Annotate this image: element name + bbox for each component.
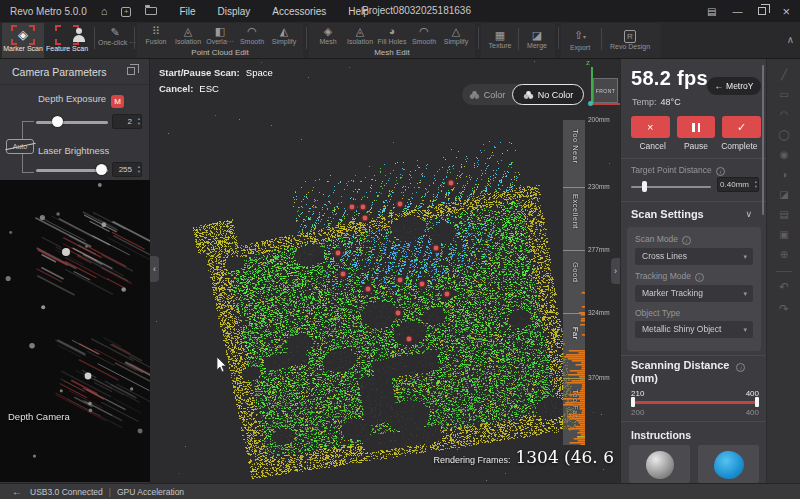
- one-click-icon: ✎: [98, 26, 132, 39]
- redo-icon[interactable]: ↷: [767, 303, 800, 315]
- metroy-button[interactable]: ← MetroY: [707, 77, 761, 95]
- stamp-tool-icon[interactable]: ⊕: [767, 249, 800, 261]
- maximize-button[interactable]: [758, 6, 766, 17]
- scan-settings-collapse-chevron[interactable]: ∨: [745, 209, 752, 219]
- tracking-mode-dropdown[interactable]: Marker Tracking▾: [635, 285, 753, 302]
- menu-accessories[interactable]: Accessories: [272, 6, 326, 17]
- open-folder-icon[interactable]: [145, 5, 157, 17]
- instruction-image-blue-object[interactable]: [698, 445, 759, 483]
- rect-select-icon[interactable]: ▭: [767, 89, 800, 101]
- smooth-button[interactable]: ◠Smooth: [235, 25, 269, 45]
- new-project-icon[interactable]: +: [121, 5, 131, 17]
- revo-design-button[interactable]: RRevo Design: [605, 29, 655, 50]
- laser-brightness-slider[interactable]: [36, 163, 108, 177]
- instruction-thumbnails: [629, 445, 759, 483]
- usb-status: USB3.0 Connected: [30, 487, 103, 497]
- point-cloud-canvas[interactable]: [150, 59, 620, 483]
- laser-brightness-value[interactable]: 255▴▾: [112, 162, 142, 177]
- mesh-button[interactable]: ◈Mesh: [311, 25, 345, 45]
- toolbar-separator: [558, 27, 559, 49]
- depth-camera-preview: [0, 180, 150, 482]
- depth-exposure-slider[interactable]: [36, 115, 108, 129]
- left-panel-collapse-chevron[interactable]: ‹: [150, 256, 159, 282]
- fill-holes-button[interactable]: ◕Fill Holes: [375, 25, 409, 45]
- toolbar-separator: [134, 27, 135, 49]
- invert-select-icon[interactable]: ◑: [767, 169, 800, 181]
- popout-icon[interactable]: [127, 67, 135, 75]
- pen-select-icon[interactable]: ╱: [767, 69, 800, 81]
- scan-settings-title: Scan Settings: [631, 208, 704, 220]
- isolation-icon: ◬: [171, 25, 205, 38]
- color-icon: [469, 90, 480, 100]
- marker-scan-label: Marker Scan: [2, 45, 44, 52]
- toolbar-separator: [478, 27, 479, 49]
- object-type-label: Object Type: [635, 308, 753, 318]
- lasso-select-icon[interactable]: ◠: [767, 109, 800, 121]
- depth-camera-label: Depth Camera: [8, 411, 70, 422]
- scan-mode-label: Scan Modei: [635, 234, 753, 245]
- feature-scan-button[interactable]: Feature Scan: [46, 23, 88, 58]
- info-icon[interactable]: i: [695, 273, 704, 282]
- menu-file[interactable]: File: [179, 6, 195, 17]
- overlap-button[interactable]: ◧Overla···: [203, 25, 237, 45]
- depth-exposure-value[interactable]: 2▴▾: [112, 114, 142, 129]
- marker-scan-button[interactable]: ◈ Marker Scan: [2, 23, 44, 58]
- home-icon[interactable]: ⌂: [101, 6, 108, 17]
- fps-readout: 58.2 fps: [631, 67, 708, 90]
- slider-thumb[interactable]: [96, 164, 107, 175]
- instruction-image-gray-object[interactable]: [629, 445, 690, 483]
- mesh-isolation-button[interactable]: ◬Isolation: [343, 25, 377, 45]
- right-panel-scrollbar[interactable]: [762, 65, 764, 215]
- isolation-icon: ◬: [343, 25, 377, 38]
- object-type-dropdown[interactable]: Metallic Shiny Object▾: [635, 321, 753, 338]
- info-icon[interactable]: i: [716, 167, 725, 176]
- isolation-button[interactable]: ◬Isolation: [171, 25, 205, 45]
- cancel-scan-button[interactable]: ×: [631, 116, 670, 138]
- toolbar: ◈ Marker Scan Feature Scan ✎ One-click ·…: [0, 22, 800, 59]
- polygon-select-icon[interactable]: ◯: [767, 129, 800, 141]
- simplify-button[interactable]: ◭Simplify: [267, 25, 301, 45]
- front-view-cube[interactable]: FRONT: [593, 78, 618, 103]
- close-button[interactable]: ×: [782, 4, 790, 19]
- right-panel-expand-chevron[interactable]: ›: [611, 258, 620, 284]
- scan-control-labels: Cancel Pause Complete: [631, 141, 761, 151]
- undo-icon[interactable]: ↶: [767, 281, 800, 293]
- auto-disabled-icon[interactable]: Auto: [6, 139, 34, 154]
- mesh-simplify-button[interactable]: △Simplify: [439, 25, 473, 45]
- scan-viewport[interactable]: Start/Pause Scan:Space Cancel:ESC Color …: [150, 59, 620, 483]
- color-option[interactable]: Color: [462, 90, 512, 100]
- minimize-button[interactable]: —: [732, 6, 742, 17]
- pause-scan-button[interactable]: [677, 116, 716, 138]
- fusion-button[interactable]: ⠿Fusion: [139, 25, 173, 45]
- duplicate-icon[interactable]: ▣: [767, 229, 800, 241]
- manual-badge[interactable]: M: [111, 95, 124, 108]
- rendering-frames: Rendering Frames:1304 (46. 6: [433, 447, 614, 467]
- fill-holes-icon: ◕: [375, 25, 409, 38]
- merge-button[interactable]: ◪Merge: [520, 29, 554, 49]
- complete-scan-button[interactable]: ✓: [722, 116, 761, 138]
- range-handle-high[interactable]: [755, 397, 759, 407]
- target-point-distance-value[interactable]: 0.40mm▴▾: [717, 177, 759, 192]
- slider-thumb[interactable]: [642, 181, 647, 192]
- layout-settings-icon[interactable]: ▤: [707, 6, 716, 17]
- color-toggle[interactable]: Color No Color: [462, 84, 584, 105]
- export-button[interactable]: ⇧▾Export: [563, 29, 597, 51]
- texture-button[interactable]: ▦Texture: [483, 29, 517, 49]
- scale-segment-excellent: Excellent: [566, 194, 580, 229]
- crop-plane-icon[interactable]: ◪: [767, 189, 800, 201]
- toolbar-collapse-chevron[interactable]: ∧: [787, 34, 794, 45]
- menu-display[interactable]: Display: [218, 6, 251, 17]
- range-handle-low[interactable]: [631, 397, 635, 407]
- info-icon[interactable]: i: [682, 236, 691, 245]
- info-icon[interactable]: i: [736, 363, 745, 372]
- one-click-button[interactable]: ✎ One-click ···: [98, 26, 132, 46]
- scan-mode-dropdown[interactable]: Cross Lines▾: [635, 248, 753, 265]
- scanning-distance-range-slider[interactable]: 210 400 200 400: [631, 389, 759, 415]
- slider-thumb[interactable]: [52, 116, 63, 127]
- flatten-icon[interactable]: ▤: [767, 209, 800, 221]
- sphere-select-icon[interactable]: ◉: [767, 149, 800, 161]
- no-color-option[interactable]: No Color: [512, 84, 584, 105]
- feature-scan-label: Feature Scan: [46, 45, 88, 52]
- scale-tick-324: 324mm: [588, 309, 620, 316]
- mesh-smooth-button[interactable]: ◠Smooth: [407, 25, 441, 45]
